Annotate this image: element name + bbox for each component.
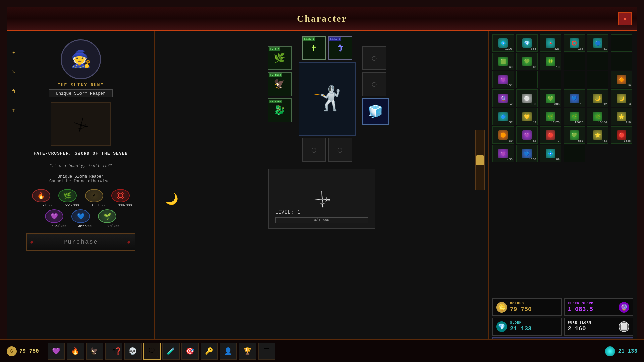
gem-icon-21: 💙 (570, 94, 579, 103)
inv-cell-0[interactable]: 💠 1296 (492, 34, 514, 52)
gem-icon-8: 🍀 (546, 57, 555, 66)
inv-cell-35[interactable]: 🔴 1338 (611, 126, 632, 144)
side-icons: ✦ ⚔ 🗡 ⊤ (9, 48, 18, 115)
equip-slot-1[interactable]: Lv.7+0 🌿 (268, 46, 292, 70)
inv-cell-31[interactable]: 💜 32 (516, 126, 538, 144)
inv-count-4: 61 (603, 47, 607, 51)
inv-cell-4[interactable]: 🔵 61 (587, 34, 608, 52)
inv-cell-34[interactable]: ⭐ 483 (587, 126, 608, 144)
inv-cell-2[interactable]: 🔺 326 (540, 34, 561, 52)
bottom-slorm: 21 133 (605, 346, 637, 356)
inv-cell-5 (611, 34, 632, 52)
right-slider[interactable] (475, 130, 485, 190)
slorm-icon: 💎 (496, 321, 507, 332)
nav-button-0[interactable]: 💜 (48, 343, 65, 360)
question-icon[interactable]: ❓ (114, 347, 122, 355)
inv-cell-15 (564, 71, 585, 88)
inv-cell-23[interactable]: 🌙 3 (611, 89, 632, 107)
inv-cell-29[interactable]: ⭐ 918 (611, 108, 632, 125)
equip-slot-top-1[interactable]: Lv.20+1 ✝ (302, 36, 326, 60)
inv-cell-20[interactable]: 💚 386 (540, 89, 561, 107)
inv-cell-28[interactable]: 🌿 10484 (587, 108, 608, 125)
stat-item-1: 🌿 551/300 (55, 189, 80, 207)
inv-cell-18[interactable]: 🔮 52 (492, 89, 514, 107)
nav-button-7[interactable]: 🎯 (181, 343, 199, 360)
nav-button-2[interactable]: 🦅 (86, 343, 103, 360)
stat-item-0: 🔥 7/300 (29, 189, 53, 207)
gem-icon-37: 💙 (522, 149, 532, 158)
nav-btn-icon-0: 💜 (52, 347, 60, 355)
window-title: Character (297, 13, 347, 24)
equip-slot-top-2[interactable]: Lv.19+0 🗡 (328, 36, 352, 60)
inv-cell-38[interactable]: 💠 89 (540, 145, 561, 162)
inv-cell-8[interactable]: 🍀 10 (540, 53, 561, 70)
equip-slot-3[interactable]: Lv.19+0 🦅 (268, 72, 292, 96)
slorm-name: SLORM (510, 321, 532, 325)
inv-count-2: 326 (554, 47, 560, 51)
gem-icon-35: 🔴 (617, 130, 626, 140)
avatar-icon: 🧙 (70, 49, 91, 70)
inv-count-27: 15625 (574, 121, 583, 124)
inv-cell-7[interactable]: 💚 18 (516, 53, 538, 70)
inv-cell-6[interactable]: 🟩 40 (492, 53, 514, 70)
inv-cell-32[interactable]: 🔴 7 (540, 126, 561, 144)
inv-cell-27[interactable]: 🌿 15625 (564, 108, 585, 125)
nav-btn-icon-1: 🔥 (71, 347, 79, 355)
purchase-button[interactable]: Purchase (26, 233, 136, 251)
equip-slot-bot-2[interactable]: ◯ (328, 138, 352, 162)
nav-button-9[interactable]: 👤 (220, 343, 237, 360)
bottom-gold: G 79 750 (7, 346, 39, 356)
inv-cell-22[interactable]: 🌙 12 (587, 89, 608, 107)
divider-1 (26, 160, 136, 160)
item-title-main: FATE-CRUSHER, SWORD OF THE SEVEN (34, 151, 128, 156)
stat-item-2: ⚡ 483/300 (82, 189, 106, 207)
nav-button-4[interactable]: 💀 (124, 343, 142, 360)
inv-cell-33[interactable]: 💚 551 (564, 126, 585, 144)
inv-cell-21[interactable]: 💙 15 (564, 89, 585, 107)
gem-icon-29: ⭐ (617, 112, 626, 121)
equip-slot-r3[interactable]: 🧊 (362, 98, 389, 125)
inv-cell-19[interactable]: ⚪ 686 (516, 89, 538, 107)
nav-button-6[interactable]: 🧪 (162, 343, 180, 360)
inv-cell-37[interactable]: 💙 1366 (516, 145, 538, 162)
inv-cell-3[interactable]: ⭕ 168 (564, 34, 585, 52)
nav-btn-icon-4: 💀 (128, 347, 137, 355)
inv-count-35: 1338 (624, 139, 631, 143)
inv-cell-25[interactable]: 💛 42 (516, 108, 538, 125)
stat-item-6: 🌱 89/300 (95, 209, 119, 228)
close-button[interactable]: ✕ (618, 12, 632, 25)
inv-cell-1[interactable]: 💎 633 (516, 34, 538, 52)
stat-icon-6: 🌱 (98, 209, 116, 223)
inv-count-34: 483 (602, 139, 607, 143)
stat-icon-5: 💙 (71, 209, 90, 223)
stat-value-6: 89/300 (107, 224, 119, 228)
inv-cell-30[interactable]: 🟠 30 (492, 126, 514, 144)
nav-button-5[interactable]: 🛡1 (143, 343, 161, 360)
nav-button-8[interactable]: 🔑 (201, 343, 218, 360)
equip-slot-bot-1[interactable]: ◯ (302, 138, 326, 162)
middle-panel: Lv.7+0 🌿 Lv.19+0 🦅 Lv.23+0 🐉 (155, 31, 489, 355)
inv-count-7: 18 (533, 66, 536, 69)
nav-button-11[interactable]: ☰ (258, 343, 275, 360)
inv-cell-26[interactable]: 🌿 40175 (540, 108, 561, 125)
inv-cell-24[interactable]: 🔷 57 (492, 108, 514, 125)
slider-handle[interactable] (476, 155, 484, 165)
nav-btn-icon-9: 👤 (224, 347, 232, 355)
nav-button-10[interactable]: 🏆 (239, 343, 256, 360)
equip-slot-r1[interactable]: ◯ (362, 46, 386, 70)
gem-icon-17: 🔶 (617, 75, 626, 84)
equip-slot-r2[interactable]: ◯ (362, 72, 386, 96)
inv-cell-17[interactable]: 🔶 16 (611, 71, 632, 88)
gem-icon-22: 🌙 (593, 94, 602, 103)
inv-count-18: 52 (509, 103, 513, 106)
nav-button-1[interactable]: 🔥 (67, 343, 84, 360)
inv-cell-36[interactable]: 💜 485 (492, 145, 514, 162)
panels: ✦ ⚔ 🗡 ⊤ 🧙 THE SHINY RUNE Unique Slorm Re… (7, 31, 637, 355)
equip-slot-5[interactable]: Lv.23+0 🐉 (268, 98, 292, 122)
purchase-label: Purchase (63, 239, 98, 245)
item-image-icon: ⚔ (69, 110, 92, 138)
gem-icon-27: 🌿 (570, 112, 579, 121)
inv-count-17: 16 (627, 84, 631, 87)
inv-cell-12[interactable]: 💜 101 (492, 71, 514, 88)
goldus-value: 79 750 (510, 306, 532, 313)
